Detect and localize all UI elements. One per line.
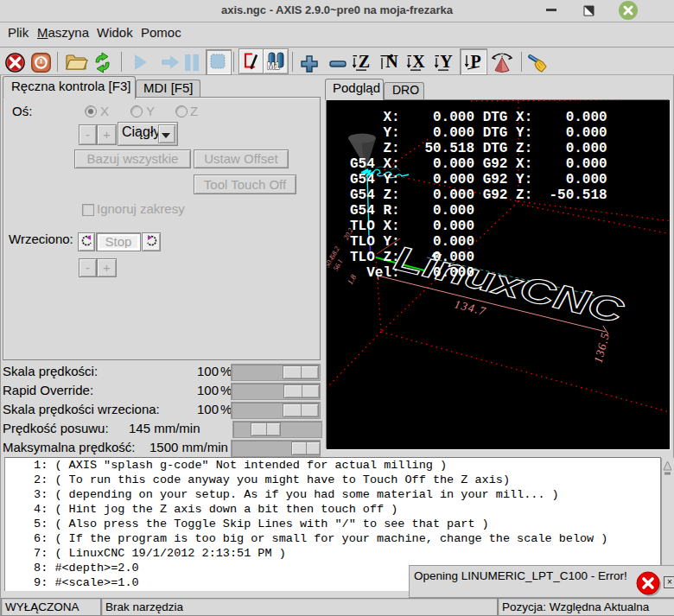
svg-text:136.5: 136.5 [591, 331, 612, 365]
svg-text:134.7: 134.7 [453, 297, 487, 318]
svg-text:M1: M1 [267, 60, 280, 71]
